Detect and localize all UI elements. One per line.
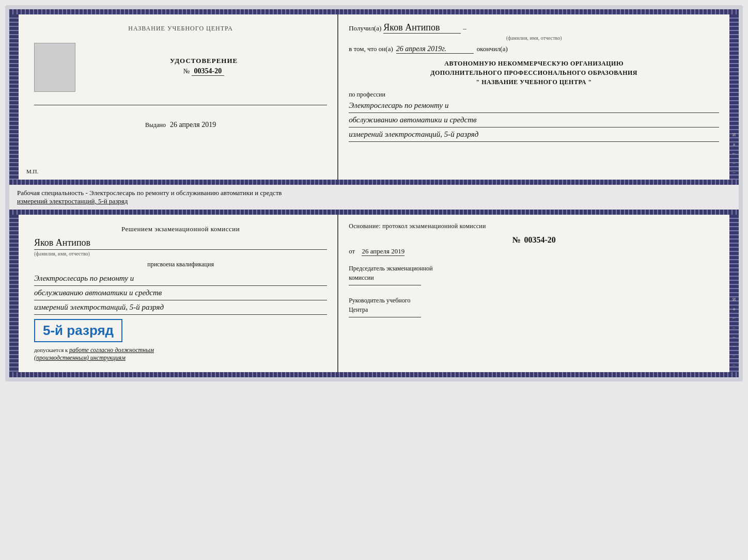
vydano-line: Выдано 26 апреля 2019 bbox=[145, 121, 216, 129]
profession-line3: измерений электростанций, 5-й разряд bbox=[349, 127, 719, 142]
fio-label: (фамилия, имя, отчество) bbox=[349, 35, 719, 41]
predsedatel-signature-line bbox=[349, 285, 421, 285]
ank-line3: " НАЗВАНИЕ УЧЕБНОГО ЦЕНТРА " bbox=[349, 77, 719, 87]
rukovoditel-line2: Центра bbox=[349, 305, 719, 314]
okончил-label: окончил(а) bbox=[477, 45, 508, 53]
right-char-b5: – bbox=[733, 334, 736, 339]
poluchil-label: Получил(а) bbox=[349, 24, 381, 33]
ank-line1: АВТОНОМНУЮ НЕКОММЕРЧЕСКУЮ ОРГАНИЗАЦИЮ bbox=[349, 59, 719, 68]
poluchil-value: Яков Антипов bbox=[383, 22, 461, 34]
udostoverenie-title: УДОСТОВЕРЕНИЕ bbox=[170, 57, 238, 65]
number-prefix: № bbox=[183, 67, 190, 75]
right-border-decoration: И а ← – – bbox=[729, 14, 739, 180]
doc2-profession-line3: измерений электростанций, 5-й разряд bbox=[34, 300, 327, 315]
middle-text-block: Рабочая специальность - Электрослесарь п… bbox=[9, 185, 739, 210]
right-char-1: И bbox=[733, 132, 736, 137]
doc2-fio-label: (фамилия, имя, отчество) bbox=[34, 251, 327, 257]
vtom-date: 26 апреля 2019г. bbox=[396, 45, 474, 54]
prisvoena-label: присвоена квалификация bbox=[34, 261, 327, 268]
ot-label: от bbox=[349, 247, 355, 255]
doc2-right-panel: Основание: протокол экзаменационной коми… bbox=[338, 215, 729, 372]
predsedatel-line1: Председатель экзаменационной bbox=[349, 264, 719, 273]
right-char-2: а bbox=[733, 141, 735, 147]
dopuskaetsya-block: допускается к работе согласно должностны… bbox=[34, 346, 327, 362]
dopuskaetsya-value: работе согласно должностным bbox=[69, 346, 154, 354]
profession-line1: Электрослесарь по ремонту и bbox=[349, 99, 719, 113]
ot-date: 26 апреля 2019 bbox=[362, 247, 404, 256]
right-char-5: – bbox=[733, 169, 736, 174]
doc2-fio-value: Яков Антипов bbox=[34, 237, 327, 250]
vydano-label: Выдано bbox=[145, 121, 166, 129]
left-border-decoration bbox=[9, 14, 19, 180]
po-professii-label: по профессии bbox=[349, 91, 719, 99]
dash: – bbox=[463, 24, 466, 33]
doc1-left-panel: НАЗВАНИЕ УЧЕБНОГО ЦЕНТРА УДОСТОВЕРЕНИЕ №… bbox=[19, 14, 338, 180]
right-char-b1: И bbox=[733, 297, 736, 302]
razryad-text: 5-й разряд bbox=[43, 323, 114, 339]
photo-placeholder bbox=[34, 43, 75, 92]
udostoverenie-number: 00354-20 bbox=[192, 67, 225, 76]
mp-label: М.П. bbox=[26, 168, 38, 174]
right-char-4: – bbox=[733, 160, 736, 165]
doc2-profession-line1: Электрослесарь по ремонту и bbox=[34, 271, 327, 286]
right-char-b3: ← bbox=[732, 315, 737, 321]
protocol-number-block: № 00354-20 bbox=[349, 235, 719, 245]
right-char-b4: – bbox=[733, 325, 736, 330]
middle-line1: Рабочая специальность - Электрослесарь п… bbox=[17, 189, 731, 197]
predsedatel-line2: комиссии bbox=[349, 273, 719, 282]
razryad-box: 5-й разряд bbox=[34, 319, 122, 342]
right-char-b8: – bbox=[733, 362, 736, 367]
dopuskaetsya-label: допускается к bbox=[34, 347, 68, 353]
vydano-date: 26 апреля 2019 bbox=[170, 121, 216, 129]
udostoverenie-block: УДОСТОВЕРЕНИЕ № 00354-20 bbox=[170, 57, 238, 76]
ank-line2: ДОПОЛНИТЕЛЬНОГО ПРОФЕССИОНАЛЬНОГО ОБРАЗО… bbox=[349, 68, 719, 77]
doc2-profession-line2: обслуживанию автоматики и средств bbox=[34, 286, 327, 300]
protocol-number: 00354-20 bbox=[524, 235, 555, 244]
dopuskaetsya-value2: (производственным) инструкциям bbox=[34, 354, 126, 361]
profession-line2: обслуживанию автоматики и средств bbox=[349, 113, 719, 127]
rukovoditel-line1: Руководитель учебного bbox=[349, 296, 719, 305]
right-char-b7: – bbox=[733, 353, 736, 358]
left-border-decoration-2 bbox=[9, 215, 19, 372]
right-char-3: ← bbox=[732, 151, 737, 156]
resheniem-title: Решением экзаменационной комиссии bbox=[34, 225, 327, 233]
doc1-right-panel: Получил(а) Яков Антипов – (фамилия, имя,… bbox=[338, 14, 729, 180]
right-char-b2: а bbox=[733, 306, 735, 311]
ot-block: от 26 апреля 2019 bbox=[349, 247, 719, 256]
ank-block: АВТОНОМНУЮ НЕКОММЕРЧЕСКУЮ ОРГАНИЗАЦИЮ ДО… bbox=[349, 59, 719, 87]
protocol-prefix: № bbox=[512, 235, 520, 244]
right-border-decoration-2: И а ← – – – – – bbox=[729, 215, 739, 372]
rukovoditel-signature-line bbox=[349, 317, 421, 317]
rukovoditel-block: Руководитель учебного Центра bbox=[349, 296, 719, 317]
doc1-center-title: НАЗВАНИЕ УЧЕБНОГО ЦЕНТРА bbox=[128, 25, 233, 33]
right-char-b6: – bbox=[733, 343, 736, 348]
osnovanie-label: Основание: протокол экзаменационной коми… bbox=[349, 222, 719, 230]
predsedatel-block: Председатель экзаменационной комиссии bbox=[349, 264, 719, 285]
doc2-left-panel: Решением экзаменационной комиссии Яков А… bbox=[19, 215, 338, 372]
vtom-label: в том, что он(а) bbox=[349, 45, 393, 53]
middle-line2: измерений электростанций, 5-й разряд bbox=[17, 197, 731, 205]
